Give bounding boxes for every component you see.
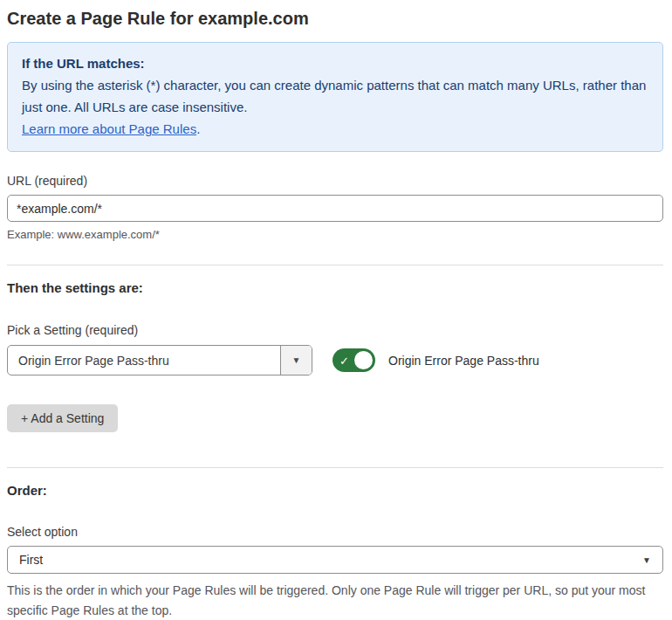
setting-dropdown[interactable]: Origin Error Page Pass-thru ▼: [7, 345, 312, 375]
settings-section: Then the settings are: Pick a Setting (r…: [7, 265, 663, 432]
check-icon: ✓: [339, 355, 349, 366]
order-select-label: Select option: [7, 525, 663, 539]
setting-row: Origin Error Page Pass-thru ▼ ✓ Origin E…: [7, 345, 663, 375]
url-field-label: URL (required): [7, 174, 663, 188]
order-section: Order: Select option First ▼ This is the…: [7, 468, 663, 620]
toggle-knob: [354, 351, 373, 369]
setting-dropdown-arrow-button[interactable]: ▼: [280, 346, 312, 375]
order-heading: Order:: [7, 483, 663, 498]
chevron-down-icon: ▼: [642, 555, 651, 565]
order-select[interactable]: First ▼: [7, 546, 663, 574]
add-setting-wrap: + Add a Setting: [7, 404, 663, 432]
learn-more-link[interactable]: Learn more about Page Rules: [22, 121, 196, 136]
setting-toggle[interactable]: ✓: [333, 348, 375, 372]
order-hint: This is the order in which your Page Rul…: [7, 581, 663, 620]
settings-heading: Then the settings are:: [7, 280, 663, 295]
add-setting-button[interactable]: + Add a Setting: [7, 404, 118, 432]
order-select-wrap: First ▼ This is the order in which your …: [7, 546, 663, 620]
url-input[interactable]: [7, 195, 663, 222]
chevron-down-icon: ▼: [292, 355, 301, 365]
url-field-hint: Example: www.example.com/*: [7, 228, 663, 241]
url-match-info-box: If the URL matches: By using the asteris…: [7, 42, 663, 152]
order-select-value: First: [19, 553, 43, 567]
url-section: URL (required) Example: www.example.com/…: [7, 174, 663, 241]
setting-toggle-label: Origin Error Page Pass-thru: [388, 354, 539, 368]
info-box-body: By using the asterisk (*) character, you…: [22, 74, 648, 118]
link-suffix: .: [196, 121, 200, 136]
info-box-heading: If the URL matches:: [22, 52, 648, 74]
info-box-link-line: Learn more about Page Rules.: [22, 118, 648, 140]
setting-picker-label: Pick a Setting (required): [7, 323, 663, 337]
setting-dropdown-value: Origin Error Page Pass-thru: [8, 346, 280, 375]
page-title: Create a Page Rule for example.com: [7, 9, 663, 29]
